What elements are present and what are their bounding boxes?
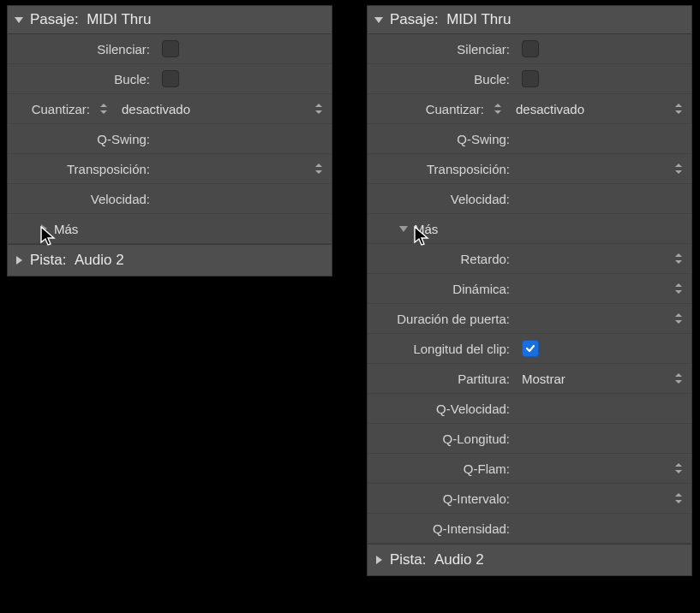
score-stepper[interactable] — [673, 372, 685, 384]
label-loop: Bucle — [368, 72, 513, 86]
track-section-header[interactable]: Pista: Audio 2 — [368, 544, 691, 575]
mute-checkbox[interactable] — [162, 40, 179, 57]
disclosure-down-icon — [13, 14, 25, 26]
label-q-length: Q-Longitud — [368, 431, 513, 446]
row-transpose: Transposición — [368, 154, 691, 184]
quantize-track-stepper[interactable] — [673, 103, 685, 115]
label-q-flam: Q-Flam — [368, 461, 513, 476]
label-q-strength: Q-Intensidad — [368, 521, 513, 536]
row-q-strength: Q-Intensidad — [368, 514, 691, 544]
label-mute: Silenciar — [8, 42, 153, 57]
score-value[interactable]: Mostrar — [522, 372, 565, 386]
dynamics-stepper[interactable] — [673, 283, 685, 295]
row-loop: Bucle — [368, 64, 691, 94]
quantize-stepper[interactable] — [492, 103, 504, 115]
label-score: Partitura — [368, 372, 513, 386]
quantize-value[interactable]: desactivado — [516, 102, 584, 116]
disclosure-right-icon — [13, 254, 25, 266]
row-clip-length: Longitud del clip — [368, 334, 691, 364]
q-flam-stepper[interactable] — [673, 462, 685, 474]
region-inspector-panel-expanded: Pasaje: MIDI Thru Silenciar Bucle Cuanti… — [367, 5, 692, 576]
disclosure-right-icon — [373, 554, 385, 566]
label-qswing: Q-Swing — [368, 132, 513, 146]
label-q-velocity: Q-Velocidad — [368, 402, 513, 416]
row-delay: Retardo — [368, 244, 691, 274]
row-mute: Silenciar — [368, 34, 691, 64]
label-quantize: Cuantizar — [368, 102, 488, 116]
more-label: Más — [414, 222, 438, 236]
row-quantize: Cuantizar desactivado — [8, 94, 332, 124]
row-transpose: Transposición — [8, 154, 332, 184]
row-q-length: Q-Longitud — [368, 424, 691, 454]
section-value: MIDI Thru — [87, 11, 151, 28]
disclosure-down-icon — [373, 14, 385, 26]
row-q-velocity: Q-Velocidad — [368, 394, 691, 424]
region-section-header[interactable]: Pasaje: MIDI Thru — [8, 6, 332, 34]
row-velocity: Velocidad — [8, 184, 332, 214]
row-mute: Silenciar — [8, 34, 332, 64]
quantize-stepper[interactable] — [98, 103, 110, 115]
label-qswing: Q-Swing — [8, 132, 153, 146]
gate-time-stepper[interactable] — [673, 312, 685, 324]
region-inspector-panel-collapsed: Pasaje: MIDI Thru Silenciar Bucle Cuanti… — [7, 5, 332, 277]
transpose-stepper[interactable] — [313, 163, 325, 175]
label-delay: Retardo — [368, 252, 513, 266]
quantize-value[interactable]: desactivado — [122, 102, 190, 116]
label-velocity: Velocidad — [368, 192, 513, 206]
label-loop: Bucle — [8, 72, 153, 86]
disclosure-right-icon — [39, 222, 49, 236]
footer-title: Pista: — [390, 551, 434, 568]
footer-value: Audio 2 — [75, 252, 124, 269]
row-q-range: Q-Intervalo — [368, 484, 691, 514]
loop-checkbox[interactable] — [522, 70, 539, 87]
label-mute: Silenciar — [368, 42, 513, 57]
row-qswing: Q-Swing — [8, 124, 332, 154]
label-clip-length: Longitud del clip — [368, 342, 513, 356]
footer-value: Audio 2 — [434, 551, 484, 568]
row-velocity: Velocidad — [368, 184, 691, 214]
row-more-collapsed[interactable]: Más — [8, 214, 332, 244]
disclosure-down-icon — [398, 222, 409, 236]
row-dynamics: Dinámica — [368, 274, 691, 304]
label-dynamics: Dinámica — [368, 282, 513, 296]
row-score: Partitura Mostrar — [368, 364, 691, 394]
clip-length-checkbox[interactable] — [522, 340, 539, 357]
label-transpose: Transposición — [368, 162, 513, 176]
more-label: Más — [54, 222, 78, 236]
delay-stepper[interactable] — [673, 253, 685, 265]
row-qswing: Q-Swing — [368, 124, 691, 154]
row-quantize: Cuantizar desactivado — [368, 94, 691, 124]
label-quantize: Cuantizar — [8, 102, 93, 116]
transpose-stepper[interactable] — [673, 163, 685, 175]
row-gate-time: Duración de puerta — [368, 304, 691, 334]
mute-checkbox[interactable] — [522, 40, 539, 57]
quantize-track-stepper[interactable] — [313, 103, 325, 115]
footer-title: Pista: — [30, 252, 75, 269]
row-q-flam: Q-Flam — [368, 454, 691, 484]
label-velocity: Velocidad — [8, 192, 153, 206]
q-range-stepper[interactable] — [673, 492, 685, 504]
section-title: Pasaje: — [30, 11, 87, 28]
row-loop: Bucle — [8, 64, 332, 94]
section-title: Pasaje: — [390, 11, 446, 28]
loop-checkbox[interactable] — [162, 70, 179, 87]
label-transpose: Transposición — [8, 162, 153, 176]
track-section-header[interactable]: Pista: Audio 2 — [8, 244, 332, 276]
row-more-expanded[interactable]: Más — [368, 214, 691, 244]
region-section-header[interactable]: Pasaje: MIDI Thru — [368, 6, 691, 34]
label-q-range: Q-Intervalo — [368, 491, 513, 506]
section-value: MIDI Thru — [446, 11, 511, 28]
label-gate-time: Duración de puerta — [368, 312, 513, 326]
